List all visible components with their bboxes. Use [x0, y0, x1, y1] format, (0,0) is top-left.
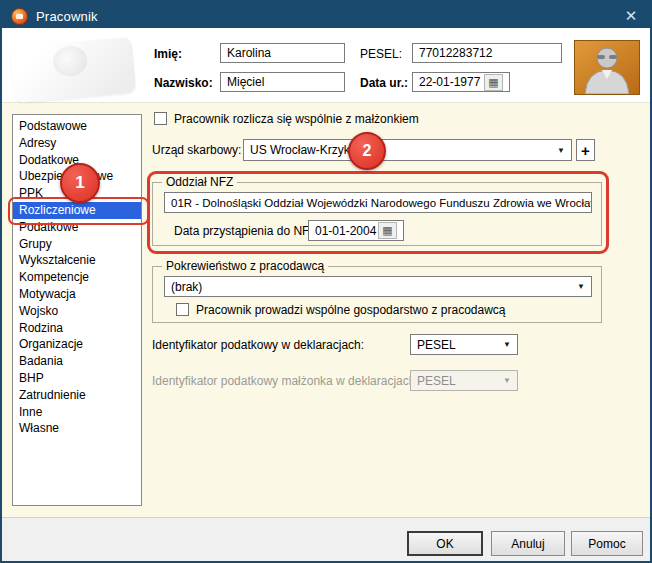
sidebar-item-wojsko[interactable]: Wojsko	[13, 303, 141, 320]
sidebar-item-bhp[interactable]: BHP	[13, 370, 141, 387]
household-checkbox-label: Pracownik prowadzi wspólne gospodarstwo …	[196, 303, 506, 317]
sidebar-item-grupy[interactable]: Grupy	[13, 236, 141, 253]
sidebar-item-rodzina[interactable]: Rodzina	[13, 320, 141, 337]
chevron-down-icon: ▼	[573, 282, 585, 291]
nfz-branch-value: 01R - Dolnośląski Oddział Wojewódzki Nar…	[171, 197, 592, 209]
household-checkbox[interactable]	[176, 303, 189, 316]
data-ur-value: 22-01-1977	[419, 75, 480, 89]
spouse-settlement-label: Pracownik rozlicza się wspólnie z małżon…	[174, 112, 419, 126]
pracownik-dialog: Pracownik ✕ Imię: Karolina Nazwisko: Mię…	[0, 0, 652, 563]
calendar-icon[interactable]: ▦	[378, 222, 397, 239]
sidebar-item-rozliczeniowe[interactable]: Rozliczeniowe	[13, 202, 141, 219]
window-title: Pracownik	[36, 9, 98, 24]
tax-office-label: Urząd skarbowy:	[152, 143, 241, 157]
data-ur-field[interactable]: 22-01-1977 ▦	[412, 72, 510, 92]
sidebar-item-wyksztalcenie[interactable]: Wykształcenie	[13, 252, 141, 269]
spouse-tax-id-label: Identyfikator podatkowy małżonka w dekla…	[152, 374, 419, 388]
close-icon[interactable]: ✕	[612, 3, 650, 29]
add-tax-office-button[interactable]: +	[576, 139, 595, 161]
calendar-icon[interactable]: ▦	[484, 74, 503, 91]
pesel-field[interactable]: 77012283712	[412, 43, 562, 63]
nfz-date-label: Data przystąpienia do NFZ:	[174, 224, 320, 238]
app-icon	[11, 8, 28, 25]
sidebar-item-podatkowe[interactable]: Podatkowe	[13, 219, 141, 236]
tax-id-label: Identyfikator podatkowy w deklaracjach:	[152, 338, 364, 352]
nazwisko-field[interactable]: Mięciel	[220, 72, 345, 92]
imie-label: Imię:	[154, 47, 182, 61]
tax-office-combobox[interactable]: US Wrocław-Krzyki ▼	[243, 139, 572, 161]
sidebar-item-zatrudnienie[interactable]: Zatrudnienie	[13, 387, 141, 404]
spouse-tax-id-value: PESEL	[417, 374, 456, 388]
nfz-date-value: 01-01-2004	[315, 224, 376, 238]
sidebar-item-motywacja[interactable]: Motywacja	[13, 286, 141, 303]
imie-field[interactable]: Karolina	[220, 43, 345, 63]
nfz-group-title: Oddział NFZ	[162, 175, 237, 189]
help-button[interactable]: Pomoc	[571, 531, 643, 556]
sidebar-item-wlasne[interactable]: Własne	[13, 420, 141, 437]
pesel-label: PESEL:	[360, 47, 402, 61]
header-decoration	[10, 37, 136, 103]
sidebar-item-organizacje[interactable]: Organizacje	[13, 336, 141, 353]
kinship-group-title: Pokrewieństwo z pracodawcą	[162, 259, 328, 273]
tax-id-value: PESEL	[417, 338, 456, 352]
nfz-branch-combobox[interactable]: 01R - Dolnośląski Oddział Wojewódzki Nar…	[164, 192, 592, 213]
annotation-badge-1: 1	[60, 163, 100, 203]
spouse-tax-id-combobox: PESEL ▼	[410, 370, 518, 391]
kinship-value: (brak)	[171, 280, 202, 294]
sidebar-item-inne[interactable]: Inne	[13, 404, 141, 421]
chevron-down-icon: ▼	[499, 376, 511, 385]
data-ur-label: Data ur.:	[360, 76, 408, 90]
annotation-badge-2: 2	[348, 132, 386, 170]
cancel-button[interactable]: Anuluj	[491, 531, 565, 556]
tax-office-value: US Wrocław-Krzyki	[250, 143, 352, 157]
sidebar-item-kompetencje[interactable]: Kompetencje	[13, 269, 141, 286]
kinship-combobox[interactable]: (brak) ▼	[164, 276, 592, 297]
ok-button[interactable]: OK	[407, 531, 483, 556]
sidebar-item-adresy[interactable]: Adresy	[13, 135, 141, 152]
sidebar-item-badania[interactable]: Badania	[13, 353, 141, 370]
tax-id-combobox[interactable]: PESEL ▼	[410, 334, 518, 355]
chevron-down-icon: ▼	[499, 340, 511, 349]
nfz-date-field[interactable]: 01-01-2004 ▦	[308, 220, 404, 241]
chevron-down-icon: ▼	[553, 146, 565, 155]
sidebar-item-podstawowe[interactable]: Podstawowe	[13, 118, 141, 135]
avatar	[574, 40, 640, 95]
title-bar: Pracownik ✕	[2, 2, 650, 30]
spouse-settlement-checkbox[interactable]	[154, 112, 167, 125]
nazwisko-label: Nazwisko:	[154, 76, 213, 90]
